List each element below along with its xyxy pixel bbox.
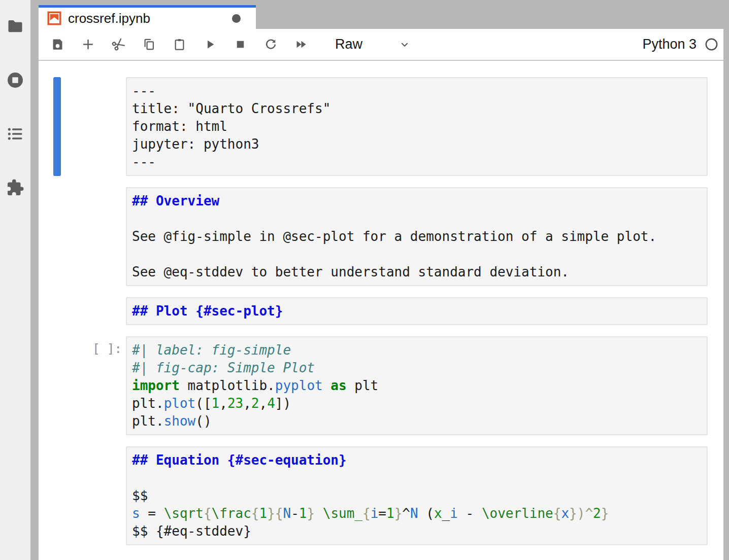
notebook-toolbar: Raw Python 3 bbox=[39, 29, 723, 61]
code-line bbox=[132, 210, 702, 228]
copy-cell-button[interactable] bbox=[137, 33, 160, 56]
cell-gutter bbox=[39, 297, 126, 325]
code-line: format: html bbox=[132, 118, 702, 135]
main-panel: crossref.ipynb Raw Python 3 ---title: "Q… bbox=[39, 0, 723, 560]
puzzle-icon bbox=[6, 179, 24, 197]
code-line: plt.show() bbox=[132, 412, 702, 430]
cell-code: [ ]:#| label: fig-simple#| fig-cap: Simp… bbox=[39, 336, 723, 435]
cell-editor[interactable]: ## OverviewSee @fig-simple in @sec-plot … bbox=[126, 187, 708, 286]
code-line: See @eq-stddev to better understand stan… bbox=[132, 263, 702, 281]
code-line: ## Equation {#sec-equation} bbox=[132, 451, 702, 469]
kernel-name[interactable]: Python 3 bbox=[642, 37, 697, 52]
code-line bbox=[132, 246, 702, 263]
code-line: s = \sqrt{\frac{1}{N-1} \sum_{i=1}^N (x_… bbox=[132, 505, 702, 522]
plus-icon bbox=[81, 38, 95, 51]
toc-icon bbox=[6, 125, 24, 143]
cell-type-value: Raw bbox=[335, 37, 362, 52]
run-icon bbox=[203, 38, 217, 51]
sidebar-item-file-browser[interactable] bbox=[6, 17, 24, 36]
cut-cell-button[interactable] bbox=[107, 33, 130, 56]
execution-count: [ ]: bbox=[92, 342, 122, 356]
sidebar-item-table-of-contents[interactable] bbox=[6, 125, 24, 143]
run-cell-button[interactable] bbox=[198, 33, 221, 56]
tab-crossref-ipynb[interactable]: crossref.ipynb bbox=[39, 5, 256, 29]
code-line: plt.plot([1,23,2,4]) bbox=[132, 395, 702, 412]
jupyterlab-window: crossref.ipynb Raw Python 3 ---title: "Q… bbox=[0, 0, 729, 560]
running-icon bbox=[6, 71, 24, 89]
folder-icon bbox=[6, 17, 24, 36]
save-button[interactable] bbox=[46, 33, 69, 56]
stop-icon bbox=[234, 38, 247, 51]
toolbar-buttons bbox=[46, 33, 320, 56]
sidebar-item-extensions[interactable] bbox=[6, 179, 24, 197]
restart-icon bbox=[264, 38, 278, 51]
kernel-idle-circle-icon[interactable] bbox=[705, 38, 718, 51]
cell-gutter bbox=[39, 446, 126, 545]
tab-title: crossref.ipynb bbox=[68, 11, 150, 26]
insert-cell-button[interactable] bbox=[76, 33, 100, 56]
code-line: ## Plot {#sec-plot} bbox=[132, 302, 702, 320]
notebook-cells: ---title: "Quarto Crossrefs"format: html… bbox=[39, 61, 723, 560]
cell-editor[interactable]: ## Plot {#sec-plot} bbox=[126, 297, 708, 325]
paste-icon bbox=[173, 38, 186, 51]
cell-editor[interactable]: ---title: "Quarto Crossrefs"format: html… bbox=[126, 77, 708, 176]
cell-editor[interactable]: ## Equation {#sec-equation}$$s = \sqrt{\… bbox=[126, 446, 708, 545]
sidebar-item-running-sessions[interactable] bbox=[6, 71, 24, 89]
fast-forward-icon bbox=[294, 38, 308, 51]
copy-icon bbox=[142, 38, 156, 51]
code-line: jupyter: python3 bbox=[132, 135, 702, 153]
cell-raw: ---title: "Quarto Crossrefs"format: html… bbox=[39, 77, 723, 176]
code-line bbox=[132, 469, 702, 487]
tab-bar: crossref.ipynb bbox=[39, 0, 723, 29]
cell-gutter: [ ]: bbox=[39, 336, 126, 435]
cell-markdown: ## Equation {#sec-equation}$$s = \sqrt{\… bbox=[39, 446, 723, 545]
activity-sidebar bbox=[0, 0, 30, 560]
code-line: See @fig-simple in @sec-plot for a demon… bbox=[132, 228, 702, 246]
restart-kernel-button[interactable] bbox=[259, 33, 282, 56]
cell-gutter bbox=[39, 77, 126, 176]
cell-editor[interactable]: #| label: fig-simple#| fig-cap: Simple P… bbox=[126, 336, 708, 435]
code-line: $$ {#eq-stddev} bbox=[132, 522, 702, 540]
code-line: #| fig-cap: Simple Plot bbox=[132, 359, 702, 377]
cell-markdown: ## OverviewSee @fig-simple in @sec-plot … bbox=[39, 187, 723, 286]
code-line: --- bbox=[132, 82, 702, 100]
restart-run-all-button[interactable] bbox=[289, 33, 313, 56]
paste-cell-button[interactable] bbox=[168, 33, 191, 56]
cell-markdown: ## Plot {#sec-plot} bbox=[39, 297, 723, 325]
save-icon bbox=[51, 38, 64, 51]
unsaved-changes-indicator[interactable] bbox=[232, 14, 241, 23]
interrupt-kernel-button[interactable] bbox=[228, 33, 252, 56]
chevron-down-icon bbox=[399, 39, 410, 50]
code-line: $$ bbox=[132, 487, 702, 505]
cell-gutter bbox=[39, 187, 126, 286]
code-line: ## Overview bbox=[132, 192, 702, 210]
cell-type-dropdown[interactable]: Raw bbox=[335, 37, 410, 52]
cut-icon bbox=[112, 38, 125, 51]
code-line: --- bbox=[132, 153, 702, 171]
code-line: title: "Quarto Crossrefs" bbox=[132, 100, 702, 118]
active-cell-indicator[interactable] bbox=[53, 77, 61, 176]
notebook-icon bbox=[47, 11, 62, 26]
code-line: import matplotlib.pyplot as plt bbox=[132, 377, 702, 395]
code-line: #| label: fig-simple bbox=[132, 341, 702, 359]
